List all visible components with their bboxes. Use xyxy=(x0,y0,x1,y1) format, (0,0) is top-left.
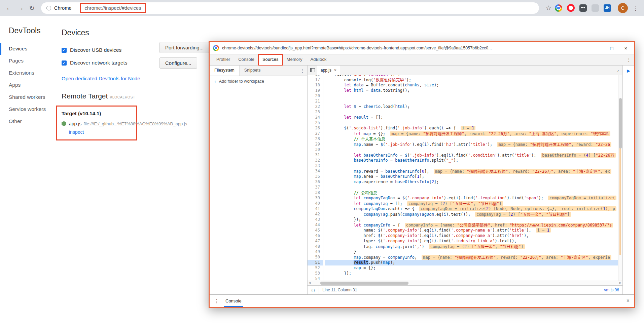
line-number[interactable]: 47 xyxy=(308,239,323,244)
network-targets-checkbox[interactable]: ✓ xyxy=(62,60,67,66)
line-number[interactable]: 30 xyxy=(308,147,323,153)
line-number[interactable]: 25 xyxy=(308,120,323,126)
close-window-button[interactable]: × xyxy=(619,45,633,51)
omnibox-url[interactable]: chrome://inspect/#devices xyxy=(85,5,141,11)
line-number[interactable]: 36 xyxy=(308,179,323,185)
code-line-45: name: $('.company-info').eq(i).find('.co… xyxy=(325,228,618,233)
pretty-print-icon[interactable]: {} xyxy=(308,286,319,294)
vertical-scrollbar[interactable] xyxy=(618,75,622,281)
sidebar-item-extensions[interactable]: Extensions xyxy=(0,67,59,79)
inspect-link[interactable]: inspect xyxy=(69,129,132,135)
line-number[interactable]: 21 xyxy=(308,99,323,104)
line-number[interactable]: 52 xyxy=(308,265,323,271)
navigator-toggle-icon[interactable] xyxy=(308,66,317,75)
line-number[interactable]: 43 xyxy=(308,217,323,222)
file-tab-label: app.js xyxy=(321,68,331,73)
bookmark-star-icon[interactable]: ☆ xyxy=(546,4,551,12)
drawer-close-icon[interactable]: × xyxy=(622,298,634,304)
line-number[interactable]: 17 xyxy=(308,77,323,83)
sidebar-item-pages[interactable]: Pages xyxy=(0,55,59,67)
line-number[interactable]: 48 xyxy=(308,244,323,249)
line-number[interactable]: 44 xyxy=(308,222,323,228)
sidebar-item-devices[interactable]: Devices xyxy=(0,43,59,55)
devtools-titlebar[interactable]: chrome-devtools://devtools/bundled/js_ap… xyxy=(210,42,634,54)
code-area[interactable]: 1617181920212223242526272829303132333435… xyxy=(308,75,622,281)
jh-extension-icon[interactable]: JH xyxy=(604,4,611,12)
line-number[interactable]: 53 xyxy=(308,271,323,276)
devtools-tab-adblock[interactable]: AdBlock xyxy=(307,54,331,65)
devtools-menu-icon[interactable]: ⋮ xyxy=(623,54,634,65)
line-number[interactable]: 45 xyxy=(308,228,323,233)
line-number[interactable]: 31 xyxy=(308,153,323,158)
horizontal-scrollbar-thumb[interactable] xyxy=(320,282,408,285)
code-line-34: map.reward = baseOthersInfo[0];map = {na… xyxy=(325,169,618,174)
file-tab-close-icon[interactable]: × xyxy=(334,68,336,73)
navigator-tab-snippets[interactable]: Snippets xyxy=(240,66,265,76)
line-number[interactable]: 33 xyxy=(308,163,323,169)
line-number[interactable]: 27 xyxy=(308,131,323,136)
sidebar-item-service-workers[interactable]: Service workers xyxy=(0,103,59,115)
page-info-icon[interactable] xyxy=(46,6,51,10)
line-number[interactable]: 46 xyxy=(308,233,323,239)
line-number[interactable]: 50 xyxy=(308,255,323,260)
gray-extension-icon[interactable] xyxy=(592,4,599,12)
line-number[interactable]: 34 xyxy=(308,169,323,174)
port-forwarding-button[interactable]: Port forwarding... xyxy=(159,42,209,53)
hscroll-right-arrow-icon[interactable]: ▶ xyxy=(619,281,621,284)
vertical-scrollbar-thumb[interactable] xyxy=(619,98,622,149)
line-number-gutter[interactable]: 1617181920212223242526272829303132333435… xyxy=(308,75,323,281)
line-number[interactable]: 22 xyxy=(308,104,323,110)
line-number[interactable]: 42 xyxy=(308,212,323,217)
line-number[interactable]: 29 xyxy=(308,142,323,147)
line-number[interactable]: 54 xyxy=(308,276,323,281)
line-number[interactable]: 26 xyxy=(308,126,323,131)
line-number[interactable]: 32 xyxy=(308,158,323,163)
devtools-tab-console[interactable]: Console xyxy=(234,54,258,65)
line-number[interactable]: 20 xyxy=(308,93,323,99)
inline-debug-value: i = 1 xyxy=(461,126,475,130)
omnibox[interactable]: Chrome chrome://inspect/#devices xyxy=(41,2,539,14)
editor-tabbar-chevron-icon[interactable]: › xyxy=(614,66,622,75)
red-ring-extension-icon[interactable] xyxy=(567,4,575,12)
navigator-tab-filesystem[interactable]: Filesystem xyxy=(210,66,240,76)
line-number[interactable]: 18 xyxy=(308,83,323,88)
line-number[interactable]: 37 xyxy=(308,185,323,190)
forward-button[interactable]: → xyxy=(15,4,26,12)
dark-extension-icon[interactable] xyxy=(579,4,587,12)
line-number[interactable]: 35 xyxy=(308,174,323,179)
hscroll-left-arrow-icon[interactable]: ◀ xyxy=(309,281,311,284)
line-number[interactable]: 39 xyxy=(308,196,323,201)
line-number[interactable]: 19 xyxy=(308,88,323,93)
line-number[interactable]: 23 xyxy=(308,110,323,115)
configure-button[interactable]: Configure... xyxy=(159,57,197,69)
line-number[interactable]: 38 xyxy=(308,190,323,196)
line-number[interactable]: 40 xyxy=(308,201,323,206)
sidebar-item-shared-workers[interactable]: Shared workers xyxy=(0,91,59,103)
line-number[interactable]: 24 xyxy=(308,115,323,120)
vm-script-link[interactable]: vm.js:96 xyxy=(604,288,619,292)
profile-avatar[interactable]: C xyxy=(618,3,628,13)
devtools-tab-sources[interactable]: Sources xyxy=(258,54,283,65)
navigator-menu-icon[interactable]: ⋮ xyxy=(298,66,307,76)
horizontal-scrollbar[interactable]: ◀ ▶ xyxy=(308,281,622,285)
devtools-tab-memory[interactable]: Memory xyxy=(283,54,307,65)
file-tab-appjs[interactable]: app.js × xyxy=(317,66,340,75)
resume-script-icon[interactable]: ▶ xyxy=(627,68,630,73)
browser-menu-icon[interactable]: ⋮ xyxy=(633,4,639,12)
line-number[interactable]: 51 xyxy=(308,260,323,265)
line-number[interactable]: 49 xyxy=(308,249,323,255)
devtools-tab-profiler[interactable]: Profiler xyxy=(212,54,234,65)
drawer-console-tab[interactable]: Console xyxy=(224,295,243,307)
pinwheel-extension-icon[interactable] xyxy=(555,4,562,12)
line-number[interactable]: 41 xyxy=(308,206,323,212)
minimize-button[interactable]: – xyxy=(591,45,605,51)
reload-button[interactable]: ↻ xyxy=(26,4,38,12)
add-folder-button[interactable]: + Add folder to workspace xyxy=(210,76,307,87)
sidebar-item-apps[interactable]: Apps xyxy=(0,79,59,91)
back-button[interactable]: ← xyxy=(3,4,15,12)
sidebar-item-other[interactable]: Other xyxy=(0,115,59,127)
maximize-button[interactable]: □ xyxy=(605,45,619,51)
line-number[interactable]: 28 xyxy=(308,136,323,142)
usb-devices-checkbox[interactable]: ✓ xyxy=(62,48,67,53)
drawer-menu-icon[interactable]: ⋮ xyxy=(210,298,224,304)
